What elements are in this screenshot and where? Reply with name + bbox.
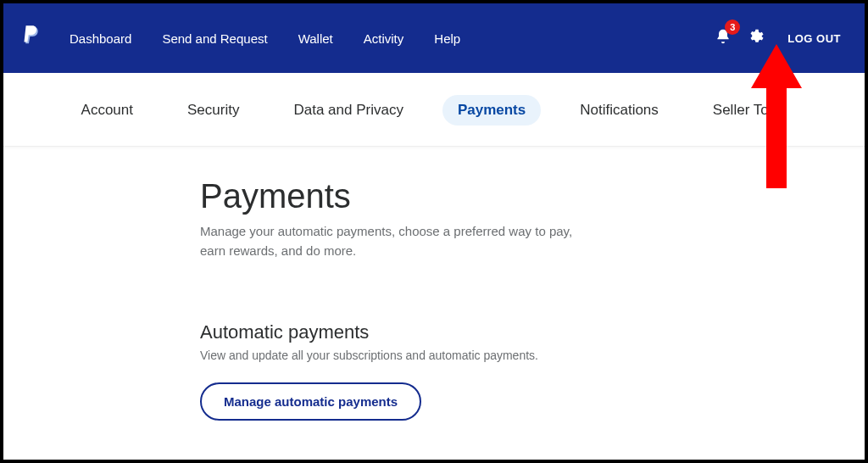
main-content: Payments Manage your automatic payments,… xyxy=(3,147,631,421)
manage-automatic-payments-button[interactable]: Manage automatic payments xyxy=(200,382,421,421)
automatic-payments-section: Automatic payments View and update all y… xyxy=(200,321,631,421)
top-navbar: Dashboard Send and Request Wallet Activi… xyxy=(3,3,865,73)
nav-help[interactable]: Help xyxy=(434,31,460,46)
subnav-data-privacy[interactable]: Data and Privacy xyxy=(278,95,418,126)
main-nav: Dashboard Send and Request Wallet Activi… xyxy=(70,31,715,46)
nav-wallet[interactable]: Wallet xyxy=(298,31,333,46)
subnav-security[interactable]: Security xyxy=(172,95,254,126)
nav-dashboard[interactable]: Dashboard xyxy=(70,31,131,46)
subnav-account[interactable]: Account xyxy=(66,95,148,126)
subnav-payments[interactable]: Payments xyxy=(442,95,541,126)
page-title: Payments xyxy=(200,177,631,215)
settings-button[interactable] xyxy=(747,28,764,48)
nav-right-cluster: 3 LOG OUT xyxy=(715,28,841,48)
page-subtitle: Manage your automatic payments, choose a… xyxy=(200,222,590,260)
settings-subnav-wrap: Account Security Data and Privacy Paymen… xyxy=(3,73,865,147)
nav-activity[interactable]: Activity xyxy=(364,31,404,46)
settings-subnav: Account Security Data and Privacy Paymen… xyxy=(3,73,865,146)
section-desc: View and update all your subscriptions a… xyxy=(200,349,631,362)
gear-icon xyxy=(747,28,764,45)
subnav-seller-tools[interactable]: Seller Tools xyxy=(698,95,803,126)
paypal-logo-icon[interactable] xyxy=(22,25,70,51)
subnav-notifications[interactable]: Notifications xyxy=(565,95,674,126)
nav-send-request[interactable]: Send and Request xyxy=(162,31,267,46)
section-title: Automatic payments xyxy=(200,321,631,343)
notification-count-badge: 3 xyxy=(725,20,740,35)
notifications-button[interactable]: 3 xyxy=(715,28,732,48)
logout-button[interactable]: LOG OUT xyxy=(787,32,841,45)
